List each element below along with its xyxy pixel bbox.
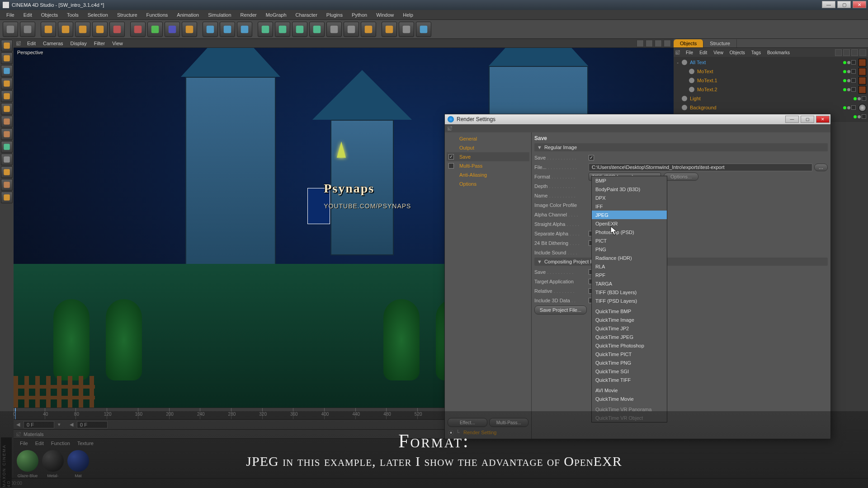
menu-edit[interactable]: Edit (19, 11, 37, 19)
save-checkbox[interactable] (589, 155, 594, 160)
menu-python[interactable]: Python (347, 11, 372, 19)
object-tag-icon[interactable] (859, 104, 866, 112)
visibility-editor-toggle[interactable] (854, 115, 857, 118)
object-tag-icon[interactable] (859, 77, 866, 84)
enable-toggle[interactable] (862, 114, 866, 119)
format-option[interactable]: QuickTime VR Panorama (592, 405, 667, 413)
axis-x-icon[interactable] (130, 22, 146, 37)
reset-icon[interactable] (109, 22, 125, 37)
format-option[interactable]: BMP (592, 176, 667, 185)
format-option[interactable]: OpenEXR (592, 219, 667, 228)
nurbs-icon[interactable] (292, 22, 307, 37)
render-settings-icon[interactable] (237, 22, 252, 37)
window-minimize-button[interactable]: — (822, 1, 835, 8)
object-tree-row[interactable]: MoText.1 (674, 76, 868, 85)
compositing-section[interactable]: ▼Compositing Project File (534, 258, 828, 266)
render-view-icon[interactable] (203, 22, 218, 37)
menu-selection[interactable]: Selection (83, 11, 113, 19)
window-close-button[interactable]: ✕ (853, 1, 866, 8)
scale-icon[interactable] (75, 22, 90, 37)
effect-button[interactable]: Effect... (448, 418, 487, 427)
uv-poly-icon[interactable] (1, 128, 13, 140)
deformer-icon[interactable] (326, 22, 342, 37)
format-option[interactable]: QuickTime JPEG (592, 333, 667, 341)
format-option[interactable]: PNG (592, 245, 667, 253)
enable-toggle[interactable] (851, 87, 856, 92)
materials-menu-texture[interactable]: Texture (74, 440, 97, 447)
window-maximize-button[interactable]: ▢ (837, 1, 851, 8)
dialog-close-button[interactable]: ✕ (816, 116, 830, 123)
format-options-button[interactable]: Options... (664, 173, 698, 181)
frame-arrow-left-icon[interactable]: ◀ (16, 422, 20, 427)
menu-help[interactable]: Help (398, 11, 418, 19)
uv-point-icon[interactable] (1, 116, 13, 127)
edge-icon[interactable] (1, 90, 13, 102)
objects-menu-view[interactable]: View (710, 49, 726, 56)
dialog-titlebar[interactable]: Render Settings — ▢ ✕ (445, 114, 830, 124)
viewport-pan-icon[interactable] (637, 40, 644, 47)
format-option[interactable]: RLA (592, 262, 667, 271)
frame-dropdown-icon[interactable]: ▾ (58, 422, 61, 427)
takes-icon[interactable] (1, 179, 13, 191)
category-options[interactable]: Options (447, 179, 529, 188)
regular-image-section[interactable]: ▼Regular Image (534, 143, 828, 151)
format-option[interactable]: PICT (592, 236, 667, 245)
render-setting-radio[interactable] (448, 430, 453, 435)
format-option[interactable]: Radiance (HDR) (592, 253, 667, 262)
format-option[interactable]: DPX (592, 193, 667, 202)
animation-icon[interactable] (1, 154, 13, 165)
array-icon[interactable] (309, 22, 325, 37)
format-option[interactable]: TARGA (592, 279, 667, 288)
format-option[interactable]: QuickTime SGI (592, 367, 667, 375)
viewport-menu-display[interactable]: Display (67, 40, 90, 47)
category-save[interactable]: Save (447, 152, 529, 161)
objects-menu-objects[interactable]: Objects (726, 49, 748, 56)
format-option[interactable]: IFF (592, 202, 667, 211)
tree-expand-icon[interactable]: - (675, 60, 680, 65)
category-antialiasing[interactable]: Anti-Aliasing (447, 170, 529, 179)
visibility-render-toggle[interactable] (858, 115, 861, 118)
visibility-render-toggle[interactable] (847, 79, 850, 82)
menu-window[interactable]: Window (372, 11, 398, 19)
object-tree-row[interactable]: Light (674, 94, 868, 103)
dialog-minimize-button[interactable]: — (785, 116, 799, 123)
multipass-button[interactable]: Multi-Pass... (489, 418, 529, 427)
tab-objects[interactable]: Objects (674, 39, 703, 47)
redo-icon[interactable] (20, 22, 35, 37)
enable-toggle[interactable] (851, 69, 856, 74)
menu-render[interactable]: Render (236, 11, 261, 19)
environment-icon[interactable] (344, 22, 359, 37)
format-option[interactable]: TIFF (PSD Layers) (592, 296, 667, 305)
texture-icon[interactable] (1, 141, 13, 153)
visibility-render-toggle[interactable] (847, 106, 850, 109)
menu-mograph[interactable]: MoGraph (261, 11, 291, 19)
viewport-rotate-icon[interactable] (655, 40, 662, 47)
objects-menu-file[interactable]: File (683, 49, 696, 56)
sculpt-icon[interactable] (1, 166, 13, 178)
tree-expand-icon[interactable] (683, 69, 687, 74)
enable-toggle[interactable] (851, 105, 856, 110)
viewport-menu-filter[interactable]: Filter (90, 40, 108, 47)
browser-icon[interactable] (416, 22, 431, 37)
tree-expand-icon[interactable] (683, 78, 687, 83)
format-option[interactable]: QuickTime JP2 (592, 324, 667, 333)
object-tree-row[interactable]: MoText.2 (674, 85, 868, 94)
model-icon[interactable] (1, 40, 13, 52)
render-setting-item[interactable]: Render Setting (463, 430, 496, 435)
camera-light-icon[interactable] (361, 22, 376, 37)
category-checkbox[interactable] (448, 163, 454, 169)
frame-current-field[interactable]: 0 F (77, 421, 108, 428)
visibility-render-toggle[interactable] (858, 97, 861, 100)
file-path-input[interactable] (589, 164, 812, 171)
search-icon[interactable] (835, 49, 842, 56)
materials-menu-edit[interactable]: Edit (32, 440, 47, 447)
format-option[interactable]: Photoshop (PSD) (592, 228, 667, 236)
visibility-render-toggle[interactable] (847, 70, 850, 73)
menu-functions[interactable]: Functions (142, 11, 173, 19)
viewport-menu-view[interactable]: View (108, 40, 127, 47)
format-option[interactable]: QuickTime Movie (592, 394, 667, 403)
visibility-editor-toggle[interactable] (854, 97, 857, 100)
menu-character[interactable]: Character (291, 11, 322, 19)
layer-icon[interactable] (1, 192, 13, 203)
viewport-zoom-icon[interactable] (646, 40, 653, 47)
